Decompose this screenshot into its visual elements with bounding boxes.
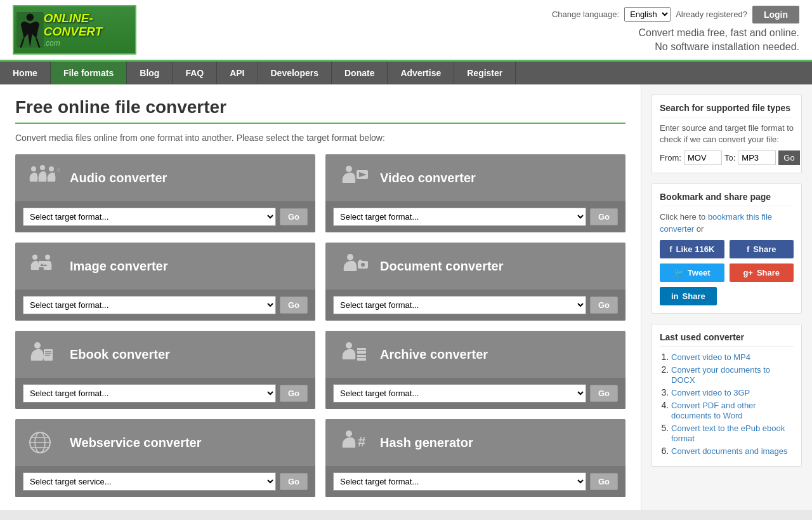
hash-format-select[interactable]: Select target format... [333, 472, 586, 491]
logo-com: .com [44, 39, 133, 48]
from-input[interactable] [684, 150, 722, 165]
webservice-icon [24, 427, 62, 458]
image-format-select[interactable]: Select target format... [23, 296, 276, 314]
twitter-tweet-button[interactable]: 🐦 Tweet [660, 263, 724, 282]
svg-point-9 [32, 255, 37, 260]
nav-developers[interactable]: Developers [258, 62, 332, 84]
list-item: Convert documents and images [671, 446, 794, 456]
ebook-go-button[interactable]: Go [280, 385, 308, 402]
video-converter-card: Video converter Select target format... … [325, 154, 625, 232]
last-used-item-5[interactable]: Convert text to the ePub ebook format [671, 423, 785, 443]
ebook-format-select[interactable]: Select target format... [23, 384, 276, 403]
video-icon [334, 162, 372, 194]
main-wrap: Free online file converter Convert media… [0, 84, 812, 510]
document-converter-title: Document converter [380, 259, 504, 274]
audio-converter-title: Audio converter [70, 171, 167, 185]
logo-box: ONLINE-CONVERT .com [13, 5, 136, 55]
nav-api[interactable]: API [217, 62, 258, 84]
webservice-converter-title: Webservice converter [70, 436, 202, 450]
facebook-like-button[interactable]: f Like 116K [660, 240, 724, 258]
audio-go-button[interactable]: Go [280, 208, 308, 225]
login-button[interactable]: Login [752, 6, 799, 23]
archive-go-button[interactable]: Go [590, 385, 618, 402]
svg-point-10 [45, 255, 50, 260]
last-used-title: Last used converter [660, 332, 794, 347]
document-icon [334, 250, 372, 282]
bookmark-text-after: or [694, 224, 704, 234]
nav-file-formats[interactable]: File formats [51, 62, 127, 84]
image-converter-title: Image converter [70, 259, 168, 274]
main-nav: Home File formats Blog FAQ API Developer… [0, 62, 812, 84]
hash-generator-icon: # [336, 429, 371, 457]
document-converter-header: Document converter [325, 243, 625, 290]
audio-icon: ♪ ♫ [24, 162, 62, 194]
already-registered-text: Already registered? [676, 10, 747, 19]
nav-advertise[interactable]: Advertise [388, 62, 454, 84]
hash-generator-card: # Hash generator Select target format...… [325, 419, 625, 497]
last-used-item-6[interactable]: Convert documents and images [671, 446, 788, 456]
svg-rect-17 [44, 349, 53, 361]
last-used-item-1[interactable]: Convert video to MP4 [671, 352, 750, 362]
svg-point-2 [31, 166, 36, 171]
video-converter-header: Video converter [325, 154, 625, 201]
page-title: Free online file converter [15, 97, 625, 117]
webservice-go-button[interactable]: Go [280, 473, 308, 490]
lang-label: Change language: [552, 10, 619, 19]
list-item: Convert text to the ePub ebook format [671, 423, 794, 443]
ebook-converter-title: Ebook converter [70, 347, 170, 362]
nav-donate[interactable]: Donate [332, 62, 388, 84]
last-used-item-2[interactable]: Convert your documents to DOCX [671, 365, 770, 385]
language-select[interactable]: English [624, 7, 671, 22]
last-used-item-3[interactable]: Convert video to 3GP [671, 388, 750, 397]
video-format-select[interactable]: Select target format... [333, 208, 586, 226]
file-type-search-desc: Enter source and target file format to c… [660, 123, 794, 145]
archive-converter-header: Archive converter [325, 331, 625, 378]
bookmark-title: Bookmark and share page [660, 192, 794, 206]
googleplus-share-button[interactable]: g+ Share [730, 263, 794, 282]
video-converter-icon [336, 164, 371, 192]
social-buttons: f Like 116K f Share 🐦 Tweet g+ [660, 240, 794, 305]
file-type-search-go-button[interactable]: Go [778, 150, 799, 165]
list-item: Convert video to MP4 [671, 352, 794, 362]
audio-converter-header: ♪ ♫ Audio converter [15, 154, 315, 201]
archive-format-select[interactable]: Select target format... [333, 384, 586, 403]
list-item: Convert video to 3GP [671, 387, 794, 397]
image-converter-icon [26, 252, 61, 281]
nav-home[interactable]: Home [0, 62, 51, 84]
to-input[interactable] [738, 150, 776, 165]
from-label: From: [660, 153, 681, 163]
audio-format-select[interactable]: Select target format... [23, 208, 276, 226]
audio-converter-card: ♪ ♫ Audio converter Select target format… [15, 154, 315, 232]
nav-register[interactable]: Register [454, 62, 516, 84]
webservice-converter-card: Webservice converter Select target servi… [15, 419, 315, 497]
last-used-list: Convert video to MP4 Convert your docume… [660, 352, 794, 456]
logo[interactable]: ONLINE-CONVERT .com [13, 5, 136, 55]
image-converter-header: Image converter [15, 243, 315, 290]
video-go-button[interactable]: Go [590, 208, 618, 225]
image-go-button[interactable]: Go [280, 297, 308, 314]
document-format-select[interactable]: Select target format... [333, 296, 586, 314]
title-divider [15, 123, 625, 124]
hash-go-button[interactable]: Go [590, 473, 618, 490]
webservice-converter-header: Webservice converter [15, 419, 315, 466]
bookmark-text: Click here to bookmark this file convert… [660, 211, 794, 234]
nav-blog[interactable]: Blog [127, 62, 173, 84]
list-item: Convert your documents to DOCX [671, 364, 794, 385]
archive-converter-icon [336, 340, 371, 369]
svg-point-1 [27, 14, 34, 22]
logo-silhouette-icon [16, 8, 44, 51]
hash-generator-title: Hash generator [380, 436, 473, 450]
twitter-icon: 🐦 [674, 268, 684, 277]
document-go-button[interactable]: Go [590, 297, 618, 314]
facebook-share-button[interactable]: f Share [730, 240, 794, 258]
ebook-converter-controls: Select target format... Go [15, 378, 315, 409]
webservice-format-select[interactable]: Select target service... [23, 472, 276, 491]
nav-faq[interactable]: FAQ [173, 62, 217, 84]
ebook-icon [24, 338, 62, 370]
subtitle: Convert media files online from one form… [15, 133, 625, 143]
last-used-item-4[interactable]: Convert PDF and other documents to Word [671, 401, 756, 420]
svg-point-3 [40, 165, 45, 170]
linkedin-share-button[interactable]: in Share [660, 287, 717, 305]
svg-rect-15 [359, 260, 362, 262]
hash-generator-controls: Select target format... Go [325, 466, 625, 497]
